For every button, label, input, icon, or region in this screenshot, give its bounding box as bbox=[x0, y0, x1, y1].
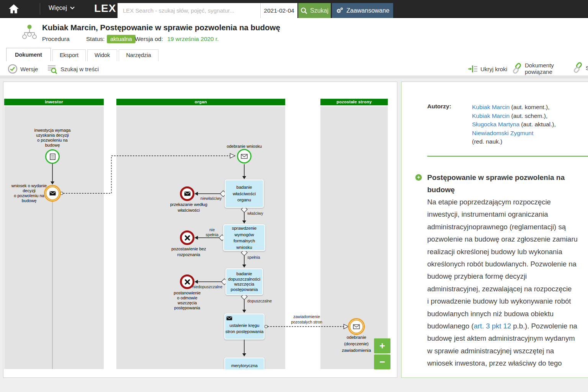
document-header: Kubiak Marcin, Postępowanie w sprawie po… bbox=[0, 18, 588, 75]
search-in-content-label: Szukaj w treści bbox=[60, 66, 99, 72]
gears-icon bbox=[336, 7, 343, 14]
more-menu-button[interactable]: Więcej bbox=[49, 5, 75, 11]
section-paragraph: Na etapie poprzedzającym rozpoczęcie inw… bbox=[427, 196, 588, 370]
task-badanie-dopuszczalnosci[interactable]: badanie dopuszczalności wszczęcia postęp… bbox=[225, 268, 263, 295]
lex-logo[interactable]: LEX bbox=[94, 2, 116, 15]
author-role: (aut. koment.), bbox=[510, 104, 549, 110]
authors-label: Autorzy: bbox=[427, 103, 451, 110]
status-badge: aktualna bbox=[107, 35, 136, 43]
advanced-button-label: Zaawansowane bbox=[346, 7, 389, 14]
label-odebranie-wniosku: odebranie wniosku bbox=[214, 144, 275, 149]
top-bar: Więcej LEX 2021-02-04 Szukaj Zaawansowan… bbox=[0, 0, 588, 18]
expand-section-icon[interactable]: + bbox=[415, 174, 422, 181]
author-role: (aut. aktual.), bbox=[519, 121, 556, 127]
related-documents-button[interactable]: Dokumenty powiązane bbox=[512, 62, 554, 75]
author-line: Niewiadomski Zygmunt bbox=[472, 129, 556, 138]
label-niedopuszczalne: niedopuszczalne bbox=[169, 284, 222, 289]
tab-dokument[interactable]: Dokument bbox=[6, 48, 51, 62]
paragraph-text: Na etapie poprzedzającym rozpoczęcie inw… bbox=[427, 198, 578, 330]
label-spelnia: spełnia bbox=[247, 255, 260, 260]
tab-widok[interactable]: Widok bbox=[87, 49, 117, 62]
lane-header-pozostale-strony: pozostałe strony bbox=[320, 99, 388, 105]
label-dopuszczalne: dopuszczalne bbox=[247, 299, 272, 304]
label-przekazanie: przekazanie według właściwości bbox=[162, 202, 216, 213]
hide-steps-icon bbox=[468, 64, 478, 74]
envelope-icon bbox=[49, 191, 56, 196]
green-divider bbox=[427, 156, 588, 157]
envelope-outline-icon bbox=[353, 324, 360, 329]
tab-bar: Dokument Eksport Widok Narzędzia bbox=[6, 48, 160, 62]
diagram-clip: inwestor organ pozostałe strony bbox=[3, 82, 397, 369]
author-line: Sługocka Martyna (aut. aktual.), bbox=[472, 120, 556, 129]
search-button-label: Szukaj bbox=[310, 7, 328, 14]
author-line: Kubiak Marcin (aut. koment.), bbox=[472, 103, 556, 112]
pozostawienie-event-node[interactable] bbox=[180, 230, 194, 245]
odebranie-zawiadomienia-event-node[interactable] bbox=[348, 318, 365, 335]
author-link[interactable]: Sługocka Martyna bbox=[472, 121, 519, 127]
header-bottom-strip bbox=[0, 75, 588, 78]
date-field[interactable]: 2021-02-04 bbox=[260, 3, 297, 18]
search-in-content-button[interactable]: Szukaj w treści bbox=[47, 64, 99, 74]
hide-steps-button[interactable]: Ukryj kroki bbox=[468, 64, 507, 74]
search-in-content-icon bbox=[47, 64, 58, 74]
home-icon[interactable] bbox=[8, 4, 19, 15]
inner-ring bbox=[350, 320, 363, 333]
postanowienie-event-node[interactable] bbox=[180, 274, 194, 289]
label-niewlasciwy: niewłaściwy bbox=[168, 196, 222, 201]
task-badanie-wlasciwosci[interactable]: badanie właściwości organu bbox=[225, 180, 264, 208]
wniosek-message-event-node[interactable] bbox=[44, 185, 61, 202]
tab-eksport[interactable]: Eksport bbox=[52, 49, 86, 62]
lane-header-organ: organ bbox=[116, 99, 285, 105]
link-icon bbox=[573, 62, 583, 74]
chevron-down-icon bbox=[70, 7, 75, 10]
document-toolbar: Wersje Szukaj w treści Ukryj kroki Dokum… bbox=[0, 61, 588, 75]
more-label: Więcej bbox=[49, 5, 67, 11]
x-icon bbox=[184, 279, 191, 285]
article-link[interactable]: art. 3 pkt 12 bbox=[474, 322, 511, 330]
envelope-icon bbox=[226, 315, 232, 322]
author-link[interactable]: Niewiadomski Zygmunt bbox=[472, 130, 533, 136]
envelope-outline-icon bbox=[241, 154, 248, 159]
przekazanie-event-node[interactable] bbox=[180, 186, 194, 201]
author-role: (red. nauk.) bbox=[472, 138, 502, 145]
zoom-in-button[interactable]: + bbox=[374, 338, 390, 353]
start-event-node[interactable] bbox=[45, 149, 60, 164]
versions-button[interactable]: Wersje bbox=[8, 64, 38, 74]
odebranie-wniosku-event-node[interactable] bbox=[237, 149, 252, 163]
clipped-toolbar-button[interactable]: Sł bbox=[573, 62, 588, 74]
task-merytoryczna-kontrola[interactable]: merytoryczna kontrola zawartości bbox=[224, 358, 265, 369]
x-icon bbox=[184, 235, 191, 241]
search-icon bbox=[301, 7, 307, 14]
envelope-icon bbox=[184, 191, 191, 196]
label-start: inwestycja wymaga uzyskania decyzji o po… bbox=[22, 128, 83, 148]
search-bar: 2021-02-04 bbox=[118, 3, 297, 18]
label-pozostawienie: pozostawienie bez rozpoznania bbox=[158, 246, 219, 258]
page-title: Kubiak Marcin, Postępowanie w sprawie po… bbox=[42, 23, 280, 32]
sidebar-content: Postępowanie w sprawie pozwolenia na bud… bbox=[427, 172, 588, 370]
task-sprawdzenie-wymogow[interactable]: sprawdzenie wymogów formalnych wniosku bbox=[223, 224, 265, 251]
version-date: 19 września 2020 r. bbox=[167, 36, 219, 42]
author-link[interactable]: Kubiak Marcin bbox=[472, 113, 510, 119]
label-wlasciwy: właściwy bbox=[247, 211, 263, 216]
advanced-search-button[interactable]: Zaawansowane bbox=[332, 3, 393, 18]
related-documents-label: Dokumenty powiązane bbox=[525, 62, 554, 75]
search-input[interactable] bbox=[118, 3, 260, 18]
versions-icon bbox=[8, 64, 18, 74]
tab-narzedzia[interactable]: Narzędzia bbox=[119, 49, 158, 62]
procedure-tree-icon bbox=[21, 24, 38, 43]
versions-label: Wersje bbox=[20, 66, 38, 72]
doc-type-label: Procedura bbox=[42, 36, 70, 42]
info-sidebar: Autorzy: Kubiak Marcin (aut. koment.), K… bbox=[401, 82, 588, 378]
zoom-out-button[interactable]: − bbox=[374, 354, 390, 369]
document-icon bbox=[50, 154, 56, 160]
status-label: Status: bbox=[86, 36, 105, 42]
hide-steps-label: Ukryj kroki bbox=[480, 66, 507, 72]
authors-list: Kubiak Marcin (aut. koment.), Kubiak Mar… bbox=[472, 103, 556, 146]
search-button[interactable]: Szukaj bbox=[298, 3, 331, 18]
inner-ring bbox=[46, 186, 59, 200]
clipped-toolbar-label: Sł bbox=[586, 65, 588, 71]
author-link[interactable]: Kubiak Marcin bbox=[472, 104, 510, 110]
label-zawiadomienie: zawiadomienie pozostałych stron bbox=[276, 314, 337, 325]
author-role: (aut. schem.), bbox=[510, 113, 547, 119]
section-title: Postępowanie w sprawie pozwolenia na bud… bbox=[427, 172, 588, 196]
